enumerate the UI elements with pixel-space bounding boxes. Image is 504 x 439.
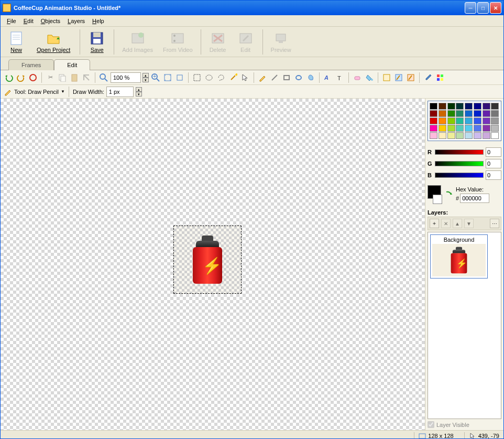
color-swatch[interactable]: [439, 110, 446, 117]
tab-frames[interactable]: Frames: [8, 59, 54, 70]
eraser-button[interactable]: [352, 72, 363, 83]
zoom-in-button[interactable]: +: [150, 72, 161, 83]
layer-visible-checkbox[interactable]: [428, 421, 434, 428]
menu-file[interactable]: File: [3, 17, 20, 25]
wand-button[interactable]: ✦: [228, 72, 238, 83]
color-swatch[interactable]: [465, 117, 473, 124]
color-swatch[interactable]: [474, 103, 481, 110]
zoom-button[interactable]: [98, 72, 109, 83]
color-swatch[interactable]: [465, 103, 473, 110]
color-swatch[interactable]: [430, 117, 437, 124]
effects1-button[interactable]: [381, 72, 392, 83]
b-input[interactable]: [486, 170, 501, 180]
layer-props-button[interactable]: ⋯: [490, 219, 499, 228]
secondary-color-swatch[interactable]: [433, 195, 442, 204]
width-down[interactable]: ▾: [136, 92, 142, 97]
menu-help[interactable]: Help: [89, 17, 108, 25]
zoom-down[interactable]: ▾: [143, 78, 149, 82]
hex-input[interactable]: [460, 194, 489, 203]
tab-edit[interactable]: Edit: [54, 59, 90, 70]
undo-button[interactable]: [4, 72, 14, 83]
paste-button[interactable]: [69, 72, 80, 83]
pencil-button[interactable]: [257, 72, 268, 83]
layer-background[interactable]: Background ⚡: [430, 234, 488, 279]
select-rect-button[interactable]: [192, 72, 202, 83]
fit-button[interactable]: [162, 72, 173, 83]
from-video-button[interactable]: From Video: [159, 28, 197, 56]
menu-layers[interactable]: Layers: [64, 17, 89, 25]
ellipse-button[interactable]: [293, 72, 304, 83]
g-input[interactable]: [486, 159, 501, 168]
r-slider[interactable]: [435, 149, 484, 155]
redo-button[interactable]: [16, 72, 26, 83]
menu-edit[interactable]: Edit: [20, 17, 37, 25]
add-images-button[interactable]: Add Images: [118, 28, 157, 56]
color-swatch[interactable]: [447, 110, 455, 117]
preview-button[interactable]: Preview: [267, 28, 295, 56]
color-swatch[interactable]: [474, 125, 481, 132]
zoom-input[interactable]: [111, 72, 141, 83]
color-swatch[interactable]: [483, 117, 490, 124]
menu-objects[interactable]: Objects: [37, 17, 64, 25]
cut-button[interactable]: ✂: [45, 72, 56, 83]
color-swatch[interactable]: [465, 132, 473, 139]
color-swatch[interactable]: [491, 132, 499, 139]
color-swatch[interactable]: [430, 132, 437, 139]
layer-down-button[interactable]: ▼: [464, 219, 474, 228]
crop-button[interactable]: [81, 72, 92, 83]
zoom-up[interactable]: ▴: [143, 73, 149, 78]
add-layer-button[interactable]: ＋: [430, 219, 439, 228]
open-project-button[interactable]: Open Project: [32, 28, 74, 56]
save-button[interactable]: Save: [84, 28, 110, 56]
minimize-button[interactable]: ─: [465, 2, 476, 14]
color-swatch[interactable]: [491, 110, 499, 117]
close-button[interactable]: ✕: [490, 2, 501, 14]
color-swatch[interactable]: [483, 110, 490, 117]
line-button[interactable]: [269, 72, 280, 83]
draw-width-input[interactable]: [106, 87, 134, 97]
bucket-button[interactable]: [364, 72, 375, 83]
color-swatch[interactable]: [474, 132, 481, 139]
color-swatch[interactable]: [465, 110, 473, 117]
text-button[interactable]: T: [335, 72, 345, 83]
copy-button[interactable]: [57, 72, 68, 83]
layer-up-button[interactable]: ▲: [453, 219, 462, 228]
color-swatch[interactable]: [465, 125, 473, 132]
text-art-button[interactable]: A: [323, 72, 333, 83]
color-swatch[interactable]: [491, 117, 499, 124]
rect-button[interactable]: [281, 72, 292, 83]
color-swatch[interactable]: [430, 125, 437, 132]
revert-button[interactable]: [28, 72, 38, 83]
eyedropper-button[interactable]: [423, 72, 433, 83]
color-swatch[interactable]: [439, 132, 446, 139]
color-swatch[interactable]: [439, 117, 446, 124]
edit-button[interactable]: Edit: [233, 28, 259, 56]
color-swatch[interactable]: [491, 125, 499, 132]
color-swatch[interactable]: [474, 117, 481, 124]
b-slider[interactable]: [435, 173, 484, 178]
color-swatch[interactable]: [456, 110, 464, 117]
new-button[interactable]: New: [3, 28, 29, 56]
width-up[interactable]: ▴: [136, 87, 142, 92]
shape-button[interactable]: [305, 72, 316, 83]
select-ellipse-button[interactable]: [204, 72, 214, 83]
color-swatch[interactable]: [456, 125, 464, 132]
color-swatch[interactable]: [456, 103, 464, 110]
color-swatch[interactable]: [491, 103, 499, 110]
r-input[interactable]: [486, 147, 501, 157]
color-swatch[interactable]: [483, 132, 490, 139]
g-slider[interactable]: [435, 161, 484, 166]
effects3-button[interactable]: [406, 72, 416, 83]
lasso-button[interactable]: [216, 72, 226, 83]
color-swatch[interactable]: [430, 110, 437, 117]
color-swatch[interactable]: [447, 117, 455, 124]
delete-button[interactable]: Delete: [205, 28, 231, 56]
color-swatch[interactable]: [447, 132, 455, 139]
canvas[interactable]: ⚡: [1, 99, 425, 430]
tool-dropdown[interactable]: ▼: [61, 89, 65, 94]
actual-size-button[interactable]: [174, 72, 185, 83]
tool-label[interactable]: Tool: Draw Pencil: [14, 89, 59, 95]
color-swatch[interactable]: [447, 125, 455, 132]
color-swatch[interactable]: [439, 125, 446, 132]
maximize-button[interactable]: □: [477, 2, 489, 14]
